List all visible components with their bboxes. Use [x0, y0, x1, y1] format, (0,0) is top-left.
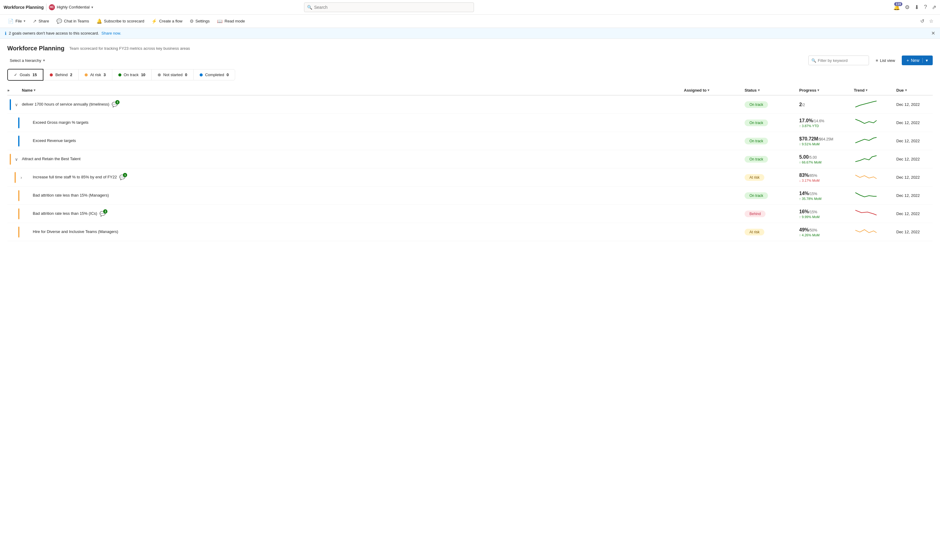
- help-icon[interactable]: ?: [924, 4, 927, 10]
- page-subtitle: Team scorecard for tracking FY23 metrics…: [69, 46, 190, 51]
- th-name[interactable]: Name ▾: [22, 88, 684, 92]
- refresh-button[interactable]: ↺: [918, 16, 926, 26]
- behind-count: 2: [70, 72, 72, 77]
- progress-change-3: ↑ 9.51% MoM: [799, 142, 854, 146]
- th-due[interactable]: Due ▾: [896, 88, 933, 92]
- stat-completed[interactable]: Completed 0: [193, 69, 235, 80]
- read-mode-button[interactable]: 📖 Read mode: [214, 17, 248, 26]
- subscribe-button[interactable]: 🔔 Subscribe to scorecard: [94, 17, 148, 26]
- col-due-1: Dec 12, 2022: [896, 102, 933, 107]
- col-due-5: Dec 12, 2022: [896, 175, 933, 180]
- col-name-1: deliver 1700 hours of service annually (…: [22, 102, 684, 108]
- file-label: File: [15, 19, 22, 23]
- th-progress[interactable]: Progress ▾: [799, 88, 854, 92]
- hierarchy-select[interactable]: Select a hierarchy ▾: [7, 57, 47, 64]
- progress-main-3: $70.72M: [799, 136, 818, 142]
- th-expand[interactable]: »: [7, 88, 22, 92]
- col-expand-7: [12, 208, 27, 219]
- stat-behind[interactable]: Behind 2: [43, 69, 78, 80]
- share-network-icon[interactable]: ⇗: [932, 4, 936, 11]
- progress-change-5: ↓ 3.17% MoM: [799, 178, 854, 182]
- table-row: Exceed Revenue targets On track $70.72M/…: [7, 132, 933, 150]
- row-name-4: Attract and Retain the Best Talent: [22, 156, 80, 162]
- th-status[interactable]: Status ▾: [745, 88, 799, 92]
- share-button[interactable]: ↗ Share: [30, 17, 52, 26]
- behind-dot: [50, 74, 53, 77]
- search-input[interactable]: [304, 2, 474, 12]
- expand-button-5[interactable]: ›: [18, 174, 24, 180]
- settings-button[interactable]: ⚙ Settings: [187, 17, 213, 26]
- th-assigned-label: Assigned to: [684, 88, 706, 92]
- confidential-dropdown[interactable]: ▾: [91, 5, 93, 9]
- th-trend[interactable]: Trend ▾: [854, 88, 896, 92]
- create-flow-button[interactable]: ⚡ Create a flow: [148, 17, 185, 26]
- col-status-2: On track: [745, 120, 799, 126]
- file-button[interactable]: 📄 File ▾: [5, 17, 29, 26]
- confidential-icon: HC: [49, 4, 55, 10]
- th-status-label: Status: [745, 88, 757, 92]
- stat-ontrack[interactable]: On track 10: [112, 69, 152, 80]
- progress-change-4: ↑ 66.67% MoM: [799, 160, 854, 164]
- comment-badge-1[interactable]: 💬 2: [112, 102, 118, 108]
- notstarted-label: Not started: [163, 72, 183, 77]
- list-view-button[interactable]: ≡ List view: [872, 57, 898, 65]
- collapse-button-4[interactable]: ∨: [13, 156, 19, 162]
- goals-label: Goals: [20, 72, 30, 77]
- row-name-6: Bad attrition rate less than 15% (Manage…: [33, 192, 109, 198]
- col-name-2: Exceed Gross margin % targets: [27, 120, 684, 125]
- progress-main-1: 2: [799, 102, 802, 107]
- filter-input[interactable]: [808, 55, 869, 65]
- col-trend-1: [854, 98, 896, 111]
- goals-check-icon: ✓: [14, 72, 17, 77]
- col-trend-6: [854, 189, 896, 202]
- hierarchy-label: Select a hierarchy: [10, 58, 41, 63]
- settings-icon[interactable]: ⚙: [905, 4, 910, 11]
- table-row: Bad attrition rate less than 15% (Manage…: [7, 186, 933, 205]
- left-bar-blue-3: [18, 135, 19, 146]
- stat-atrisk[interactable]: At risk 3: [78, 69, 112, 80]
- new-button[interactable]: + New ▾: [902, 55, 933, 65]
- share-now-link[interactable]: Share now.: [102, 31, 121, 35]
- trend-chart-3: [854, 135, 878, 146]
- new-dropdown-arrow[interactable]: ▾: [926, 58, 928, 63]
- name-sort-icon: ▾: [34, 88, 35, 92]
- download-icon[interactable]: ⬇: [914, 4, 919, 11]
- progress-main-5: 83%: [799, 172, 809, 178]
- page-title: Workforce Planning: [7, 45, 65, 52]
- collapse-button-1[interactable]: ∨: [13, 102, 19, 108]
- notstarted-count: 0: [185, 72, 187, 77]
- left-bar-orange-8: [18, 227, 19, 237]
- notstarted-dot: [158, 74, 161, 77]
- trend-sort-icon: ▾: [866, 88, 868, 92]
- col-due-2: Dec 12, 2022: [896, 120, 933, 125]
- banner-close-button[interactable]: ✕: [931, 30, 935, 36]
- progress-sort-icon: ▾: [817, 88, 819, 92]
- assigned-sort-icon: ▾: [708, 88, 709, 92]
- progress-target-5: /85%: [809, 174, 817, 178]
- page-header: Workforce Planning Team scorecard for tr…: [0, 39, 940, 69]
- col-expand-8: [12, 227, 27, 237]
- stat-goals[interactable]: ✓ Goals 15: [7, 69, 43, 81]
- col-status-4: On track: [745, 156, 799, 163]
- star-button[interactable]: ☆: [927, 16, 935, 26]
- teams-icon: 💬: [57, 18, 62, 24]
- table-row: Bad attrition rate less than 15% (ICs) 💬…: [7, 205, 933, 223]
- table-row: › Increase full time staff % to 85% by e…: [7, 168, 933, 186]
- toolbar: 📄 File ▾ ↗ Share 💬 Chat in Teams 🔔 Subsc…: [0, 15, 940, 28]
- th-due-label: Due: [896, 88, 904, 92]
- atrisk-count: 3: [103, 72, 106, 77]
- progress-target-1: /2: [802, 103, 805, 107]
- comment-badge-7[interactable]: 💬 2: [100, 211, 106, 217]
- stat-notstarted[interactable]: Not started 0: [151, 69, 193, 80]
- left-bar-orange-7: [18, 208, 19, 219]
- trend-chart-1: [854, 98, 878, 109]
- file-dropdown-arrow: ▾: [24, 19, 26, 23]
- table-row: Exceed Gross margin % targets On track 1…: [7, 114, 933, 132]
- atrisk-label: At risk: [90, 72, 101, 77]
- stats-bar: ✓ Goals 15 Behind 2 At risk 3 On track 1…: [0, 69, 940, 86]
- th-assigned[interactable]: Assigned to ▾: [684, 88, 745, 92]
- notifications-button[interactable]: 🔔 119: [893, 4, 900, 11]
- chat-teams-button[interactable]: 💬 Chat in Teams: [54, 17, 92, 26]
- comment-badge-5[interactable]: 💬 1: [119, 174, 125, 180]
- table-row: ∨ deliver 1700 hours of service annually…: [7, 95, 933, 114]
